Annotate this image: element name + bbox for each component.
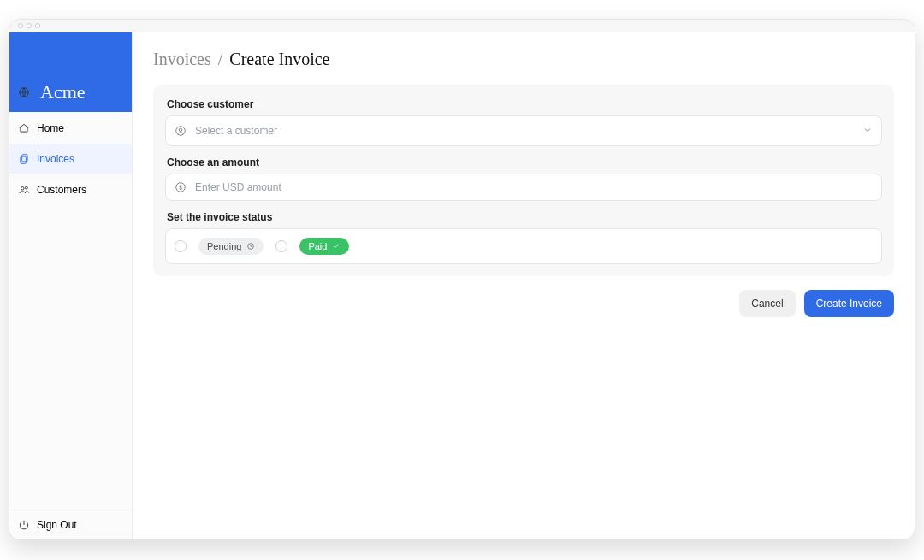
customers-icon xyxy=(18,184,30,196)
create-invoice-panel: Choose customer Select a customer xyxy=(153,85,894,276)
breadcrumb-current: Create Invoice xyxy=(229,50,329,69)
main-content: Invoices / Create Invoice Choose custome… xyxy=(133,32,915,539)
status-pill-pending[interactable]: Pending xyxy=(198,238,264,255)
svg-point-4 xyxy=(25,186,27,189)
amount-field-label: Choose an amount xyxy=(167,156,882,168)
window-titlebar xyxy=(9,20,915,32)
brand-block: Acme xyxy=(9,32,132,112)
status-radio-paid[interactable] xyxy=(275,240,287,252)
globe-icon xyxy=(18,86,35,103)
amount-input[interactable] xyxy=(195,181,873,193)
form-actions: Cancel Create Invoice xyxy=(153,290,894,317)
sidebar-spacer xyxy=(9,204,132,510)
cancel-button[interactable]: Cancel xyxy=(739,290,795,317)
sidebar-item-invoices[interactable]: Invoices xyxy=(9,144,132,174)
sidebar-item-customers[interactable]: Customers xyxy=(9,175,132,204)
sidebar-item-label: Invoices xyxy=(37,153,74,165)
customer-field-label: Choose customer xyxy=(167,98,882,110)
status-pill-label: Pending xyxy=(207,241,241,251)
customer-select[interactable]: Select a customer xyxy=(165,115,882,146)
svg-rect-1 xyxy=(22,155,27,162)
user-circle-icon xyxy=(175,125,187,137)
currency-dollar-icon xyxy=(175,181,187,193)
sidebar-item-home[interactable]: Home xyxy=(9,114,132,143)
sidebar: Acme Home Invoices xyxy=(9,32,133,539)
check-icon xyxy=(332,242,341,251)
sidebar-item-label: Home xyxy=(37,122,64,134)
power-icon xyxy=(18,519,30,531)
create-invoice-button[interactable]: Create Invoice xyxy=(804,290,894,317)
invoices-icon xyxy=(18,153,30,165)
app-window: Acme Home Invoices xyxy=(9,19,915,540)
status-radio-pending[interactable] xyxy=(175,240,187,252)
amount-input-wrap[interactable] xyxy=(165,174,882,201)
breadcrumb-parent[interactable]: Invoices xyxy=(153,50,211,69)
status-pill-paid[interactable]: Paid xyxy=(299,238,349,255)
svg-point-3 xyxy=(21,187,25,191)
status-options: Pending Paid xyxy=(165,228,882,264)
svg-point-5 xyxy=(176,127,186,136)
chevron-down-icon xyxy=(862,123,873,139)
breadcrumb-separator: / xyxy=(218,50,223,69)
window-dot xyxy=(27,23,32,28)
breadcrumb: Invoices / Create Invoice xyxy=(153,50,894,69)
sign-out-label: Sign Out xyxy=(37,519,77,531)
status-pill-label: Paid xyxy=(308,241,327,251)
brand-name: Acme xyxy=(40,81,86,103)
svg-point-6 xyxy=(179,128,182,132)
sidebar-nav: Home Invoices Customers xyxy=(9,114,132,204)
sign-out-button[interactable]: Sign Out xyxy=(9,510,132,539)
home-icon xyxy=(18,122,30,134)
sidebar-item-label: Customers xyxy=(37,184,86,196)
customer-select-placeholder: Select a customer xyxy=(195,125,854,137)
window-dot xyxy=(18,23,23,28)
clock-icon xyxy=(246,242,255,251)
svg-rect-2 xyxy=(21,156,26,163)
status-field-label: Set the invoice status xyxy=(167,211,882,223)
window-dot xyxy=(35,23,40,28)
